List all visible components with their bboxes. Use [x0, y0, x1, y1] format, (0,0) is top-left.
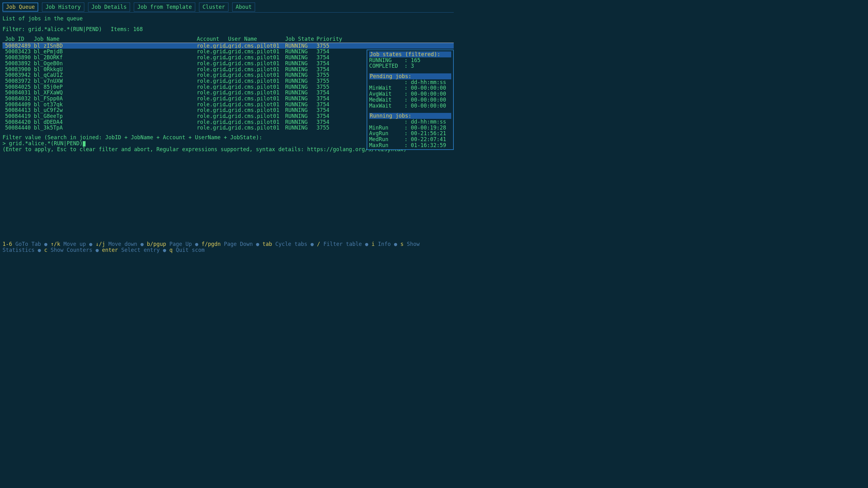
cell-jobname: bl_FSpp0A [34, 96, 197, 102]
cell-account: role.grid… [197, 78, 228, 84]
cell-state: RUNNING [285, 66, 316, 73]
hint-desc: Select entry [121, 247, 160, 253]
cell-jobid: 50084420 [2, 119, 34, 125]
tab-cluster[interactable]: Cluster [199, 2, 228, 11]
cell-priority: 3755 [316, 72, 345, 78]
cell-state: RUNNING [285, 60, 316, 66]
cell-jobid: 50084031 [2, 90, 34, 96]
stats-running-line: MinRun : 00-00:19:28 [369, 125, 451, 131]
cell-jobname: bl_zISnBD [34, 43, 197, 49]
hint-key: 1-6 [2, 241, 12, 247]
col-header-state[interactable]: Job State [285, 36, 316, 42]
filter-summary: Filter: grid.*alice.*(RUN|PEND)Items: 16… [2, 26, 454, 32]
cell-state: RUNNING [285, 43, 316, 49]
cell-jobid: 50084025 [2, 84, 34, 90]
hint-desc: Show Counters [51, 247, 92, 253]
cell-account: role.grid… [197, 102, 228, 108]
tab-job-queue[interactable]: Job Queue [2, 2, 38, 11]
cursor-icon [83, 141, 86, 146]
stats-panel: Job states (filtered): RUNNING : 165COMP… [367, 50, 454, 150]
cell-state: RUNNING [285, 96, 316, 102]
cell-state: RUNNING [285, 102, 316, 108]
footer-hints: 1-6 GoTo Tab ● ↑/k Move up ● ↓/j Move do… [2, 241, 454, 253]
cell-user: grid.cms.pilot01 [228, 107, 285, 113]
cell-priority: 3754 [316, 60, 345, 66]
hint-key: b/pgup [147, 241, 166, 247]
hint-key: f/pgdn [202, 241, 221, 247]
cell-priority: 3755 [316, 125, 345, 131]
col-header-account[interactable]: Account [197, 36, 228, 42]
cell-jobname: bl_v7nUXW [34, 78, 197, 84]
cell-jobid: 50083423 [2, 49, 34, 55]
filter-label: Filter: [2, 26, 28, 32]
filter-value-display: grid.*alice.*(RUN|PEND) [28, 26, 102, 32]
cell-user: grid.cms.pilot01 [228, 55, 285, 60]
col-header-user[interactable]: User Name [228, 36, 285, 42]
cell-account: role.grid… [197, 119, 228, 125]
stats-running-line: MedRun : 00-22:07:41 [369, 137, 451, 142]
hint-key: / [317, 241, 320, 247]
cell-jobname: bl_uC9f2w [34, 107, 197, 113]
cell-jobname: bl_OgeB0n [34, 60, 197, 66]
hint-key: tab [262, 241, 272, 247]
cell-jobname: bl_85j0eP [34, 84, 197, 90]
cell-priority: 3754 [316, 96, 345, 102]
cell-jobid: 50083900 [2, 66, 34, 73]
cell-jobname: bl_0RkkgU [34, 66, 197, 73]
stats-state-line: RUNNING : 165 [369, 57, 451, 63]
cell-user: grid.cms.pilot01 [228, 119, 285, 125]
cell-state: RUNNING [285, 90, 316, 96]
hint-desc: Page Down [224, 241, 253, 247]
stats-pending-header: Pending jobs: [369, 74, 451, 79]
tab-job-history[interactable]: Job History [42, 2, 84, 11]
cell-jobid: 50084413 [2, 107, 34, 113]
hint-key: i [372, 241, 375, 247]
cell-jobname: bl_qCaU1Z [34, 72, 197, 78]
stats-states-header: Job states (filtered): [369, 52, 451, 57]
cell-user: grid.cms.pilot01 [228, 78, 285, 84]
hint-key: c [44, 247, 47, 253]
cell-priority: 3754 [316, 49, 345, 55]
cell-jobname: bl_2BORKf [34, 55, 197, 60]
hint-key: ↓/j [96, 241, 105, 247]
cell-jobid: 50082489 [2, 43, 34, 49]
cell-account: role.grid… [197, 49, 228, 55]
cell-priority: 3755 [316, 43, 345, 49]
cell-jobname: bl_XFXaWQ [34, 90, 197, 96]
table-row[interactable]: 50082489bl_zISnBDrole.grid…grid.cms.pilo… [2, 43, 454, 49]
cell-user: grid.cms.pilot01 [228, 84, 285, 90]
stats-pending-line: MaxWait : 00-00:00:00 [369, 103, 451, 109]
cell-user: grid.cms.pilot01 [228, 90, 285, 96]
cell-priority: 3755 [316, 84, 345, 90]
subtitle: List of jobs in the queue [2, 16, 454, 22]
stats-pending-line: AvgWait : 00-00:00:00 [369, 91, 451, 97]
cell-jobname: bl_3k5TpA [34, 125, 197, 131]
col-header-jobname[interactable]: Job Name [34, 36, 197, 42]
hint-desc: Move down [108, 241, 137, 247]
cell-jobid: 50083972 [2, 78, 34, 84]
cell-state: RUNNING [285, 107, 316, 113]
stats-pending-line: MinWait : 00-00:00:00 [369, 85, 451, 91]
cell-account: role.grid… [197, 60, 228, 66]
tab-about[interactable]: About [232, 2, 255, 11]
hint-key: enter [102, 247, 118, 253]
cell-priority: 3754 [316, 55, 345, 60]
cell-priority: 3754 [316, 113, 345, 119]
col-header-jobid[interactable]: Job ID [2, 36, 34, 42]
cell-priority: 3754 [316, 66, 345, 73]
cell-account: role.grid… [197, 125, 228, 131]
col-header-priority[interactable]: Priority [316, 36, 345, 42]
hint-desc: Quit scom [176, 247, 205, 253]
cell-jobid: 50083890 [2, 55, 34, 60]
tab-job-from-template[interactable]: Job from Template [134, 2, 195, 11]
hint-desc: Move up [64, 241, 86, 247]
cell-priority: 3754 [316, 107, 345, 113]
cell-jobid: 50084419 [2, 113, 34, 119]
cell-user: grid.cms.pilot01 [228, 49, 285, 55]
tab-job-details[interactable]: Job Details [88, 2, 130, 11]
cell-state: RUNNING [285, 125, 316, 131]
hint-key: q [169, 247, 172, 253]
hint-key: s [400, 241, 404, 247]
cell-user: grid.cms.pilot01 [228, 43, 285, 49]
cell-account: role.grid… [197, 55, 228, 60]
